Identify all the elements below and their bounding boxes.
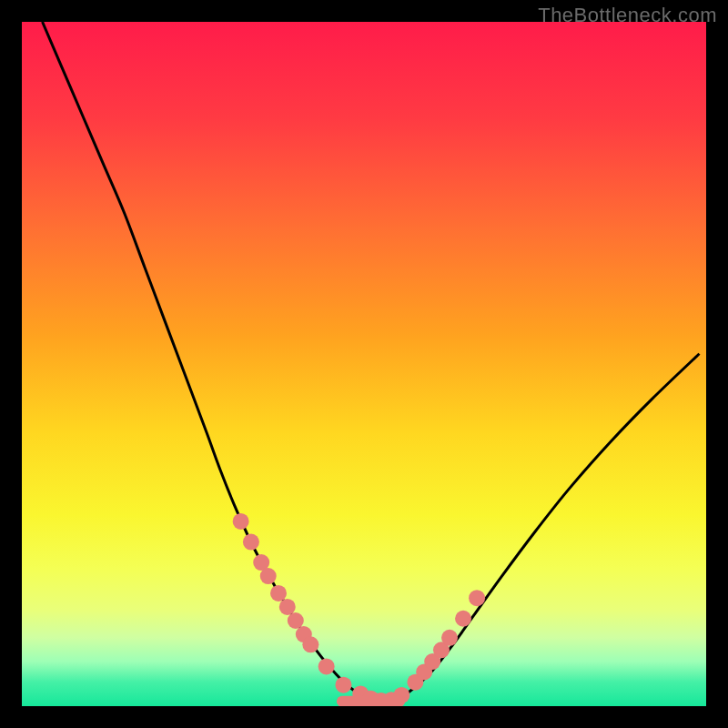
data-marker (469, 590, 485, 606)
watermark-text: TheBottleneck.com (538, 4, 717, 27)
data-marker (455, 611, 471, 627)
data-marker (279, 599, 296, 615)
data-marker (335, 677, 351, 693)
data-marker (288, 612, 304, 629)
data-marker (441, 630, 458, 646)
data-marker (260, 568, 277, 584)
optimal-range-bar (337, 696, 405, 706)
chart-plot-area (22, 22, 706, 706)
data-marker (302, 636, 318, 652)
data-marker (270, 585, 287, 602)
data-marker (243, 534, 259, 551)
data-marker (318, 658, 335, 674)
gradient-background (22, 22, 706, 706)
chart-svg (22, 22, 706, 706)
data-marker (233, 513, 249, 530)
